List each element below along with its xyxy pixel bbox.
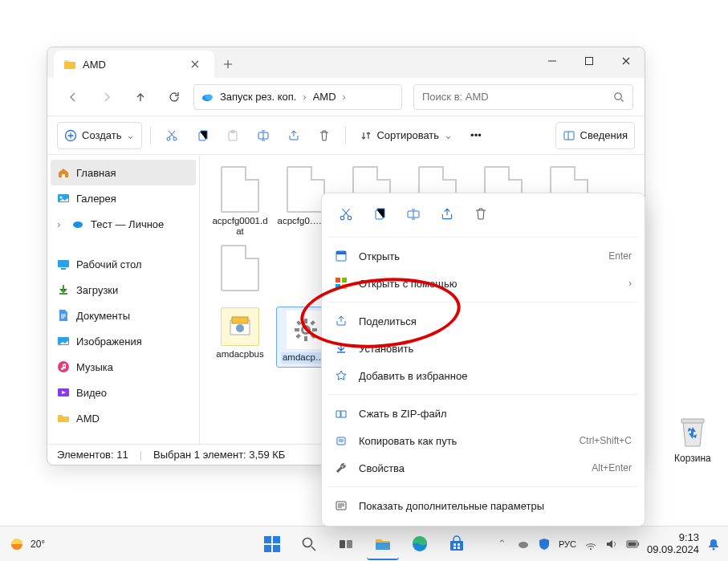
breadcrumb[interactable]: Запуск рез. коп. › AMD ›	[193, 84, 402, 110]
sidebar-item-personal[interactable]: ›Тест — Личное	[51, 211, 196, 237]
sidebar-item-videos[interactable]: Видео	[51, 380, 196, 405]
clock[interactable]: 9:13 09.09.2024	[647, 532, 699, 555]
ctx-open[interactable]: Открыть Enter	[322, 242, 645, 270]
svg-rect-28	[296, 321, 301, 326]
sidebar-item-music[interactable]: Музыка	[51, 354, 196, 380]
ctx-share[interactable]: Поделиться	[322, 307, 645, 335]
sort-icon	[360, 130, 372, 141]
svg-rect-15	[58, 260, 69, 267]
ctx-copy-button[interactable]	[368, 203, 391, 226]
context-menu: Открыть Enter Открыть с помощью › Подели…	[321, 193, 645, 526]
create-button[interactable]: Создать ⌄	[57, 122, 142, 149]
copy-button[interactable]	[189, 122, 215, 149]
sidebar-label: Рабочий стол	[76, 258, 142, 270]
sidebar-item-downloads[interactable]: Загрузки	[51, 277, 196, 303]
explorer-app[interactable]	[367, 528, 399, 560]
ctx-cut-button[interactable]	[335, 203, 357, 226]
ctx-label: Поделиться	[359, 315, 632, 327]
folder-icon	[57, 412, 70, 425]
crumb-root[interactable]: Запуск рез. коп.	[220, 91, 296, 103]
start-button[interactable]	[256, 528, 288, 560]
ctx-more[interactable]: Показать дополнительные параметры	[322, 492, 645, 519]
sidebar-label: Галерея	[76, 193, 116, 205]
language-indicator[interactable]: РУС	[559, 539, 576, 549]
svg-rect-0	[586, 58, 593, 65]
trash-icon	[318, 129, 331, 142]
taskview-button[interactable]	[330, 528, 362, 560]
defender-tray-icon[interactable]	[538, 538, 551, 551]
tab-amd[interactable]: AMD	[54, 51, 214, 78]
share-button[interactable]	[281, 122, 307, 149]
star-icon	[335, 369, 348, 382]
create-label: Создать	[82, 129, 121, 141]
sort-label: Сортировать	[376, 129, 439, 141]
ctx-copy-path[interactable]: Копировать как путь Ctrl+Shift+C	[322, 427, 645, 454]
ctx-install[interactable]: Установить	[322, 335, 645, 362]
volume-tray-icon[interactable]	[605, 538, 618, 551]
ctx-delete-button[interactable]	[470, 203, 492, 226]
svg-point-13	[60, 197, 63, 199]
ctx-properties[interactable]: Свойства Alt+Enter	[322, 454, 645, 482]
search-box[interactable]	[413, 84, 633, 110]
weather-temp[interactable]: 20°	[31, 539, 45, 550]
notifications-button[interactable]	[707, 538, 720, 551]
recycle-bin-icon	[678, 416, 707, 449]
more-button[interactable]: •••	[464, 122, 488, 149]
sidebar-item-home[interactable]: Главная	[51, 160, 196, 185]
maximize-button[interactable]	[571, 47, 608, 75]
rename-button[interactable]	[250, 122, 276, 149]
onedrive-icon	[201, 91, 214, 104]
delete-button[interactable]	[311, 122, 337, 149]
up-button[interactable]	[126, 83, 155, 112]
file-item[interactable]: acpcfg0001.dat	[211, 166, 269, 237]
sidebar-item-pictures[interactable]: Изображения	[51, 328, 196, 354]
back-button[interactable]	[59, 83, 87, 112]
svg-point-61	[590, 548, 592, 550]
svg-rect-25	[304, 336, 307, 341]
ctx-favorite[interactable]: Добавить в избранное	[322, 362, 645, 389]
cut-button[interactable]	[159, 122, 185, 149]
sort-button[interactable]: Сортировать ⌄	[354, 122, 459, 149]
svg-rect-59	[458, 547, 460, 549]
sidebar-label: Тест — Личное	[91, 218, 164, 230]
sidebar-item-documents[interactable]: Документы	[51, 303, 196, 328]
crumb-leaf[interactable]: AMD	[313, 91, 336, 103]
ctx-rename-button[interactable]	[402, 203, 425, 226]
ctx-zip[interactable]: Сжать в ZIP-файл	[322, 400, 645, 427]
svg-rect-47	[264, 536, 271, 543]
edge-app[interactable]	[404, 528, 436, 560]
ctx-open-with[interactable]: Открыть с помощью ›	[322, 270, 645, 297]
sidebar-item-gallery[interactable]: Галерея	[51, 185, 196, 211]
svg-rect-58	[453, 547, 456, 549]
weather-icon[interactable]	[8, 535, 26, 553]
store-app[interactable]	[441, 528, 473, 560]
battery-tray-icon[interactable]	[626, 538, 639, 551]
search-button[interactable]	[293, 528, 325, 560]
details-button[interactable]: Сведения	[555, 122, 635, 149]
file-icon	[221, 245, 259, 291]
svg-rect-63	[628, 542, 636, 546]
sidebar-label: AMD	[76, 413, 100, 425]
ctx-share-button[interactable]	[436, 203, 458, 226]
tray-overflow[interactable]: ⌃	[496, 538, 509, 551]
minimize-button[interactable]	[534, 47, 571, 75]
new-tab-button[interactable]	[214, 51, 242, 78]
svg-rect-31	[295, 334, 300, 339]
onedrive-tray-icon[interactable]	[517, 538, 530, 551]
file-item[interactable]	[211, 245, 269, 291]
svg-point-2	[205, 94, 213, 100]
network-tray-icon[interactable]	[584, 538, 597, 551]
home-icon	[57, 166, 70, 179]
desktop-recycle-bin[interactable]: Корзина	[674, 416, 711, 464]
svg-rect-56	[453, 543, 456, 546]
forward-button[interactable]	[92, 83, 121, 112]
paste-button[interactable]	[220, 122, 246, 149]
file-item[interactable]: amdacpbus	[211, 307, 269, 366]
ctx-label: Свойства	[359, 462, 580, 474]
search-input[interactable]	[422, 91, 607, 103]
sidebar-item-desktop[interactable]: Рабочий стол	[51, 251, 196, 277]
close-tab-button[interactable]	[185, 55, 205, 74]
sidebar-item-amd[interactable]: AMD	[51, 405, 196, 431]
refresh-button[interactable]	[160, 83, 189, 112]
close-window-button[interactable]	[608, 47, 645, 75]
